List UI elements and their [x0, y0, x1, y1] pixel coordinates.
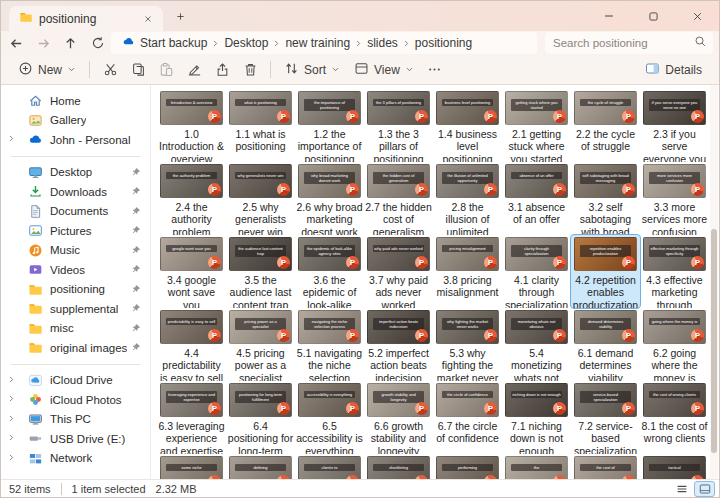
delete-button[interactable]: [236, 57, 264, 82]
sort-button[interactable]: Sort: [277, 57, 347, 82]
sidebar-item-john-personal[interactable]: John - Personal: [1, 130, 150, 150]
file-item[interactable]: why paid ads never workedP3.7 why paid a…: [364, 235, 433, 308]
sidebar-item-downloads[interactable]: Downloads: [1, 182, 150, 202]
breadcrumb-chevron-icon[interactable]: [402, 39, 411, 48]
file-item[interactable]: monetizing whats not obviousP5.4 monetiz…: [502, 308, 571, 381]
breadcrumb-item[interactable]: positioning: [412, 35, 475, 51]
file-item[interactable]: tacticalP10.2 tactical: [640, 454, 709, 479]
chevron-right-icon[interactable]: [7, 133, 16, 145]
rename-button[interactable]: [180, 57, 208, 82]
file-item[interactable]: the hidden cost of generalismP2.7 the hi…: [364, 162, 433, 235]
file-item[interactable]: shortlistingP9.1 shortlisting: [364, 454, 433, 479]
file-item[interactable]: more services more confusionP3.3 more se…: [640, 162, 709, 235]
tab-close-icon[interactable]: [139, 10, 157, 28]
details-toggle-button[interactable]: Details: [638, 57, 709, 82]
file-item[interactable]: clarity through specializationP4.1 clari…: [502, 235, 571, 308]
file-item[interactable]: the cycle of struggleP2.2 the cycle of s…: [571, 89, 640, 162]
file-item[interactable]: what is positioningP1.1 what is position…: [226, 89, 295, 162]
sidebar-item-supplemental[interactable]: supplemental: [1, 299, 150, 319]
file-item[interactable]: the authority problemP2.4 the authority …: [157, 162, 226, 235]
breadcrumb-item[interactable]: slides: [364, 35, 401, 51]
copy-button[interactable]: [124, 57, 152, 82]
file-item[interactable]: the illusion of unlimited opportunityP2.…: [433, 162, 502, 235]
sidebar-item-documents[interactable]: Documents: [1, 202, 150, 222]
sidebar-item-gallery[interactable]: Gallery: [1, 111, 150, 131]
view-button[interactable]: View: [347, 57, 421, 82]
breadcrumb-chevron-icon[interactable]: [272, 39, 281, 48]
sidebar-item-usb-drive-e-[interactable]: USB Drive (E:): [1, 429, 150, 449]
sidebar-item-this-pc[interactable]: This PC: [1, 410, 150, 430]
see-more-button[interactable]: [421, 57, 449, 82]
file-item[interactable]: clients toP8.4 clients to: [295, 454, 364, 479]
file-item[interactable]: navigating the niche selection processP5…: [295, 308, 364, 381]
chevron-right-icon[interactable]: [7, 432, 16, 444]
file-item[interactable]: the cost of wrong clientsP8.1 the cost o…: [640, 381, 709, 454]
up-button[interactable]: [57, 32, 84, 54]
file-item[interactable]: effective marketing through specificityP…: [640, 235, 709, 308]
breadcrumb-item[interactable]: Desktop: [221, 35, 271, 51]
sidebar-item-network[interactable]: Network: [1, 449, 150, 469]
file-item[interactable]: going where the money isP6.2 going where…: [640, 308, 709, 381]
tab-positioning[interactable]: positioning: [9, 6, 163, 31]
file-item[interactable]: business level positioningP1.4 business …: [433, 89, 502, 162]
sidebar-item-icloud-photos[interactable]: iCloud Photos: [1, 390, 150, 410]
file-item[interactable]: predictability is easy to sellP4.4 predi…: [157, 308, 226, 381]
breadcrumb-chevron-icon[interactable]: [211, 39, 220, 48]
sidebar-item-misc[interactable]: misc: [1, 319, 150, 339]
file-item-selected[interactable]: repetition enables productizationP4.2 re…: [571, 235, 640, 308]
cut-button[interactable]: [96, 57, 124, 82]
file-item[interactable]: pricing misalignmentP3.8 pricing misalig…: [433, 235, 502, 308]
maximize-button[interactable]: [631, 1, 675, 31]
new-button[interactable]: New: [11, 57, 83, 82]
file-item[interactable]: why generalists never winP2.5 why genera…: [226, 162, 295, 235]
vertical-scrollbar[interactable]: [710, 85, 718, 479]
file-item[interactable]: why fighting the market never worksP5.3 …: [433, 308, 502, 381]
file-item[interactable]: imperfect action beats indecisionP5.2 im…: [364, 308, 433, 381]
breadcrumb-item[interactable]: Start backup: [119, 34, 210, 52]
search-input[interactable]: [553, 37, 694, 49]
sidebar-item-icloud-drive[interactable]: iCloud Drive: [1, 371, 150, 391]
search-box[interactable]: [545, 32, 713, 54]
file-item[interactable]: the 3 pillars of positioningP1.3 the 3 p…: [364, 89, 433, 162]
sidebar-item-videos[interactable]: Videos: [1, 260, 150, 280]
file-item[interactable]: accessibility is everythingP6.5 accessib…: [295, 381, 364, 454]
sidebar-item-music[interactable]: Music: [1, 241, 150, 261]
file-item[interactable]: growth stability and longevityP6.6 growt…: [364, 381, 433, 454]
breadcrumb[interactable]: Start backupDesktopnew trainingslidespos…: [111, 32, 537, 54]
sidebar-item-desktop[interactable]: Desktop: [1, 163, 150, 183]
file-item[interactable]: the audience last content trapP3.5 the a…: [226, 235, 295, 308]
file-item[interactable]: pricing power as a specialistP4.5 pricin…: [226, 308, 295, 381]
file-item[interactable]: self sabotaging with broad messagingP3.2…: [571, 162, 640, 235]
sidebar-item-original-images[interactable]: original images: [1, 338, 150, 358]
sidebar-item-positioning[interactable]: positioning: [1, 280, 150, 300]
file-item[interactable]: absence of an offerP3.1 absence of an of…: [502, 162, 571, 235]
back-button[interactable]: [3, 32, 30, 54]
file-item[interactable]: getting stuck where you startedP2.1 gett…: [502, 89, 571, 162]
file-item[interactable]: service-based specializationP7.2 service…: [571, 381, 640, 454]
details-view-toggle[interactable]: [671, 481, 692, 497]
close-button[interactable]: [675, 1, 719, 31]
file-item[interactable]: definingP8.3 defining: [226, 454, 295, 479]
thumbnail-view-toggle[interactable]: [694, 481, 715, 497]
file-item[interactable]: google wont save youP3.4 google wont sav…: [157, 235, 226, 308]
refresh-button[interactable]: [84, 32, 111, 54]
forward-button[interactable]: [30, 32, 57, 54]
file-item[interactable]: if you serve everyone you serve no oneP2…: [640, 89, 709, 162]
breadcrumb-item[interactable]: new training: [282, 35, 353, 51]
chevron-right-icon[interactable]: [7, 374, 16, 386]
file-item[interactable]: theP9.4 the: [502, 454, 571, 479]
file-item[interactable]: niching down is not enoughP7.1 niching d…: [502, 381, 571, 454]
file-item[interactable]: the circle of confidenceP6.7 the circle …: [433, 381, 502, 454]
file-item[interactable]: why broad marketing doesnt workP2.6 why …: [295, 162, 364, 235]
new-tab-button[interactable]: [171, 7, 189, 25]
minimize-button[interactable]: [587, 1, 631, 31]
file-item[interactable]: Introduction & overviewP1.0 Introduction…: [157, 89, 226, 162]
sidebar-item-pictures[interactable]: Pictures: [1, 221, 150, 241]
chevron-right-icon[interactable]: [7, 452, 16, 464]
chevron-right-icon[interactable]: [7, 413, 16, 425]
file-item[interactable]: demand determines viabilityP6.1 demand d…: [571, 308, 640, 381]
chevron-right-icon[interactable]: [7, 393, 16, 405]
file-item[interactable]: performingP9.2 performing: [433, 454, 502, 479]
sidebar-item-home[interactable]: Home: [1, 91, 150, 111]
file-item[interactable]: same nicheP8.2 same niche: [157, 454, 226, 479]
